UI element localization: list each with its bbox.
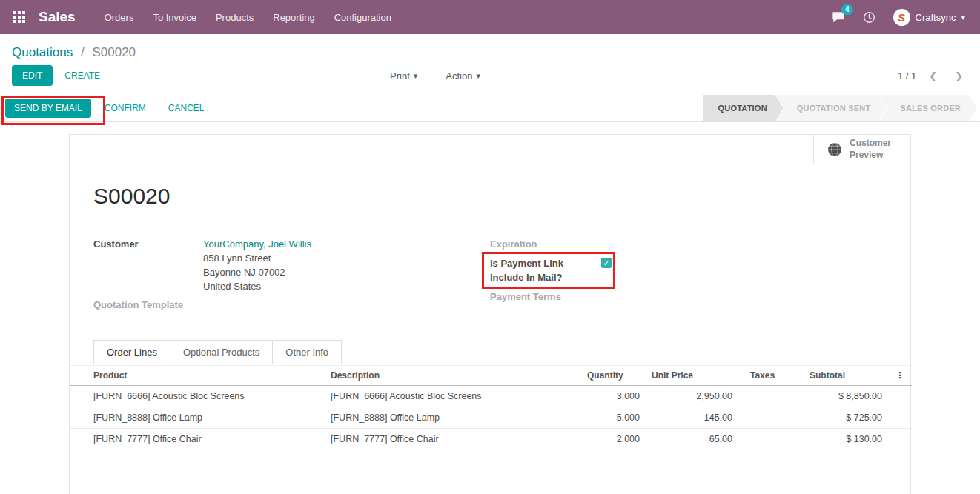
statusbar: SEND BY EMAIL CONFIRM CANCEL QUOTATION Q… — [0, 95, 980, 122]
payment-link-label-line1: Is Payment Link — [490, 256, 601, 270]
tab-order-lines[interactable]: Order Lines — [93, 340, 170, 364]
column-description[interactable]: Description — [325, 366, 581, 386]
breadcrumb-quotations[interactable]: Quotations — [12, 45, 73, 59]
caret-down-icon: ▾ — [476, 71, 480, 81]
cell-description: [FURN_6666] Acoustic Bloc Screens — [325, 386, 581, 407]
payment-link-label-line2: Include In Mail? — [490, 270, 601, 284]
user-avatar: S — [893, 9, 910, 26]
edit-button[interactable]: EDIT — [12, 65, 53, 86]
right-field-column: Expiration Is Payment Link Include In Ma… — [490, 237, 887, 312]
customer-preview-button[interactable]: Customer Preview — [813, 135, 910, 164]
print-label: Print — [390, 70, 410, 81]
confirm-button[interactable]: CONFIRM — [96, 99, 155, 117]
print-dropdown[interactable]: Print ▾ — [390, 70, 417, 81]
customer-preview-label: Customer Preview — [850, 138, 897, 161]
menu-products[interactable]: Products — [206, 0, 263, 34]
control-panel: EDIT CREATE Print ▾ Action ▾ 1 / 1 ❮ ❯ — [0, 65, 980, 95]
create-button[interactable]: CREATE — [56, 66, 109, 85]
address-city: Bayonne NJ 07002 — [203, 265, 311, 279]
user-name: Craftsync — [916, 12, 956, 23]
app-name[interactable]: Sales — [39, 9, 76, 25]
clock-icon — [863, 11, 875, 24]
cell-description: [FURN_7777] Office Chair — [325, 429, 581, 450]
menu-reporting[interactable]: Reporting — [263, 0, 324, 34]
action-label: Action — [446, 70, 472, 81]
caret-down-icon: ▾ — [414, 71, 418, 81]
apps-menu-icon[interactable] — [13, 11, 25, 23]
table-row[interactable]: [FURN_6666] Acoustic Bloc Screens [FURN_… — [70, 386, 912, 407]
messages-badge: 4 — [841, 4, 853, 15]
payment-terms-label: Payment Terms — [490, 290, 600, 304]
pager: 1 / 1 ❮ ❯ — [898, 70, 968, 81]
cell-unit-price: 145.00 — [646, 407, 738, 429]
column-quantity[interactable]: Quantity — [581, 366, 646, 386]
status-step-quotation-sent[interactable]: QUOTATION SENT — [776, 95, 887, 121]
status-step-sales-order[interactable]: SALES ORDER — [879, 95, 977, 121]
table-row[interactable]: [FURN_7777] Office Chair [FURN_7777] Off… — [70, 429, 912, 450]
pager-counter: 1 / 1 — [898, 70, 916, 81]
breadcrumb: Quotations / S00020 — [0, 34, 980, 65]
breadcrumb-current: S00020 — [92, 45, 136, 59]
cell-taxes — [738, 407, 804, 429]
menu-to-invoice[interactable]: To Invoice — [143, 0, 206, 34]
status-step-quotation[interactable]: QUOTATION — [703, 95, 784, 121]
cell-taxes — [738, 429, 804, 450]
status-steps: QUOTATION QUOTATION SENT SALES ORDER — [703, 95, 977, 121]
cell-subtotal: $ 8,850.00 — [804, 386, 888, 407]
cell-product: [FURN_6666] Acoustic Bloc Screens — [70, 386, 325, 407]
address-street: 858 Lynn Street — [203, 251, 311, 265]
user-menu[interactable]: S Craftsync ▾ — [893, 9, 965, 26]
cell-quantity: 3.000 — [581, 386, 646, 407]
caret-down-icon: ▾ — [961, 13, 965, 22]
cell-end — [888, 407, 912, 429]
expiration-label: Expiration — [490, 237, 600, 251]
cell-product: [FURN_8888] Office Lamp — [70, 407, 325, 429]
send-by-email-button[interactable]: SEND BY EMAIL — [5, 99, 91, 118]
payment-link-checkbox[interactable]: ✓ — [601, 258, 612, 268]
document-title: S00020 — [93, 184, 887, 209]
globe-icon — [827, 142, 842, 157]
action-dropdown[interactable]: Action ▾ — [446, 70, 480, 81]
activities-clock-icon[interactable] — [863, 11, 875, 24]
cell-description: [FURN_8888] Office Lamp — [325, 407, 581, 429]
payment-link-field: Is Payment Link Include In Mail? ✓ — [490, 256, 887, 284]
menu-configuration[interactable]: Configuration — [325, 0, 401, 34]
main-menu: Orders To Invoice Products Reporting Con… — [95, 0, 401, 34]
column-subtotal[interactable]: Subtotal — [804, 366, 888, 386]
sheet-top-bar: Customer Preview — [70, 135, 910, 164]
pager-next-icon[interactable]: ❯ — [950, 70, 968, 81]
messages-icon[interactable]: 4 — [832, 10, 845, 24]
systray: 4 S Craftsync ▾ — [832, 9, 970, 26]
customer-label: Customer — [93, 237, 203, 293]
cell-quantity: 2.000 — [581, 429, 646, 450]
tab-optional-products[interactable]: Optional Products — [170, 340, 273, 364]
cell-quantity: 5.000 — [581, 407, 646, 429]
cell-unit-price: 65.00 — [646, 429, 738, 450]
customer-link[interactable]: YourCompany, Joel Willis — [203, 237, 311, 251]
address-country: United States — [203, 279, 311, 293]
quotation-template-label: Quotation Template — [93, 298, 203, 312]
cell-unit-price: 2,950.00 — [646, 386, 738, 407]
breadcrumb-separator: / — [81, 45, 85, 59]
cell-subtotal: $ 130.00 — [804, 429, 888, 450]
cell-product: [FURN_7777] Office Chair — [70, 429, 325, 450]
cell-end — [888, 386, 912, 407]
cell-taxes — [738, 386, 804, 407]
top-navbar: Sales Orders To Invoice Products Reporti… — [0, 0, 980, 34]
tab-other-info[interactable]: Other Info — [273, 340, 342, 364]
column-unit-price[interactable]: Unit Price — [646, 366, 738, 386]
column-taxes[interactable]: Taxes — [738, 366, 804, 386]
quotation-sheet: Customer Preview S00020 Customer YourCom… — [69, 134, 911, 494]
cell-end — [888, 429, 912, 450]
notebook-tabs: Order Lines Optional Products Other Info — [93, 340, 887, 364]
check-icon: ✓ — [603, 258, 609, 267]
left-field-column: Customer YourCompany, Joel Willis 858 Ly… — [93, 237, 490, 312]
payment-link-label: Is Payment Link Include In Mail? — [490, 256, 601, 284]
cancel-button[interactable]: CANCEL — [159, 99, 213, 117]
order-lines-table: Product Description Quantity Unit Price … — [70, 365, 910, 450]
optional-columns-icon[interactable]: ⋮ — [888, 366, 912, 386]
column-product[interactable]: Product — [70, 366, 325, 386]
menu-orders[interactable]: Orders — [95, 0, 144, 34]
pager-previous-icon[interactable]: ❮ — [924, 70, 942, 81]
table-row[interactable]: [FURN_8888] Office Lamp [FURN_8888] Offi… — [70, 407, 912, 429]
